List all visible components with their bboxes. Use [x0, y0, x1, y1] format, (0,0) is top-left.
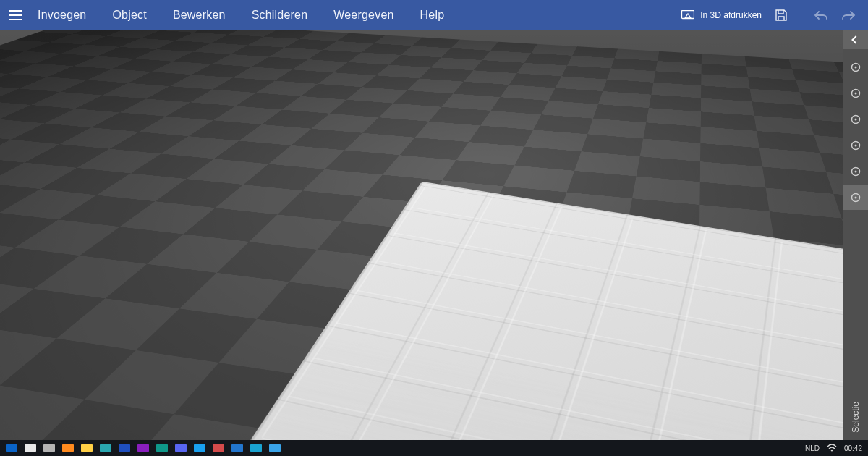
svg-point-2 [855, 67, 857, 69]
photopea-icon[interactable] [156, 444, 168, 452]
menu-paint[interactable]: Schilderen [252, 9, 308, 22]
svg-point-12 [855, 197, 857, 199]
menu-object[interactable]: Object [112, 9, 146, 22]
menubar-right: In 3D afdrukken [681, 7, 868, 23]
save-icon [775, 9, 788, 22]
app-window: Invoegen Object Bewerken Schilderen Weer… [0, 0, 868, 456]
mail-icon[interactable] [250, 444, 262, 452]
stamp-tool[interactable] [843, 185, 868, 210]
wifi-icon[interactable] [827, 444, 837, 452]
redo-icon [841, 9, 856, 21]
taskbar-language[interactable]: NLD [805, 444, 820, 452]
onedrive-icon[interactable] [194, 444, 205, 452]
explorer-icon[interactable] [81, 444, 93, 452]
calendar-icon[interactable] [213, 444, 224, 452]
svg-point-6 [855, 119, 857, 121]
redo-button[interactable] [841, 7, 856, 23]
print-3d-label: In 3D afdrukken [700, 10, 762, 20]
svg-point-4 [855, 93, 857, 95]
viewport-3d[interactable] [0, 30, 843, 440]
taskbar: NLD 00:42 [0, 440, 868, 456]
material-icon [850, 114, 861, 125]
taskbar-apps [6, 444, 281, 452]
mesh-icon [850, 88, 861, 99]
camera-tool[interactable] [843, 55, 868, 80]
svg-point-10 [855, 171, 857, 173]
menubar: Invoegen Object Bewerken Schilderen Weer… [0, 0, 868, 30]
lighting-tool[interactable] [843, 133, 868, 158]
print-3d-icon [681, 10, 694, 20]
undo-icon [814, 9, 828, 21]
taskbar-clock[interactable]: 00:42 [844, 444, 862, 452]
sidebar-panel-label: Selectie [851, 394, 861, 440]
paint3d-icon[interactable] [269, 444, 281, 452]
camera-icon [850, 62, 861, 73]
sidebar-collapse-button[interactable] [843, 30, 868, 49]
taskview-icon[interactable] [43, 444, 55, 452]
discord-icon[interactable] [175, 444, 187, 452]
object-tool[interactable] [843, 159, 868, 184]
print-3d-button[interactable]: In 3D afdrukken [681, 10, 762, 20]
menu-help[interactable]: Help [420, 9, 445, 22]
menu-insert[interactable]: Invoegen [38, 9, 86, 22]
search-icon[interactable] [25, 444, 36, 452]
3dbuilder-icon[interactable] [231, 444, 243, 452]
hamburger-icon [9, 14, 22, 16]
object-icon [850, 166, 861, 177]
edge-icon[interactable] [100, 444, 111, 452]
material-tool[interactable] [843, 107, 868, 132]
right-sidebar: Selectie [843, 30, 868, 440]
undo-button[interactable] [813, 7, 829, 23]
start-icon[interactable] [6, 444, 17, 452]
mesh-tool[interactable] [843, 81, 868, 106]
lighting-icon [850, 140, 861, 151]
menu-edit[interactable]: Bewerken [173, 9, 226, 22]
chevron-left-icon [851, 35, 859, 43]
menu-items: Invoegen Object Bewerken Schilderen Weer… [30, 9, 444, 22]
premiere-icon[interactable] [137, 444, 149, 452]
hamburger-button[interactable] [0, 14, 30, 16]
firefox-icon[interactable] [62, 444, 74, 452]
menu-view[interactable]: Weergeven [333, 9, 393, 22]
save-button[interactable] [773, 7, 789, 23]
word-icon[interactable] [119, 444, 130, 452]
svg-point-8 [855, 145, 857, 147]
sidebar-tools [843, 55, 868, 210]
separator [801, 7, 801, 23]
stamp-icon [850, 192, 861, 203]
